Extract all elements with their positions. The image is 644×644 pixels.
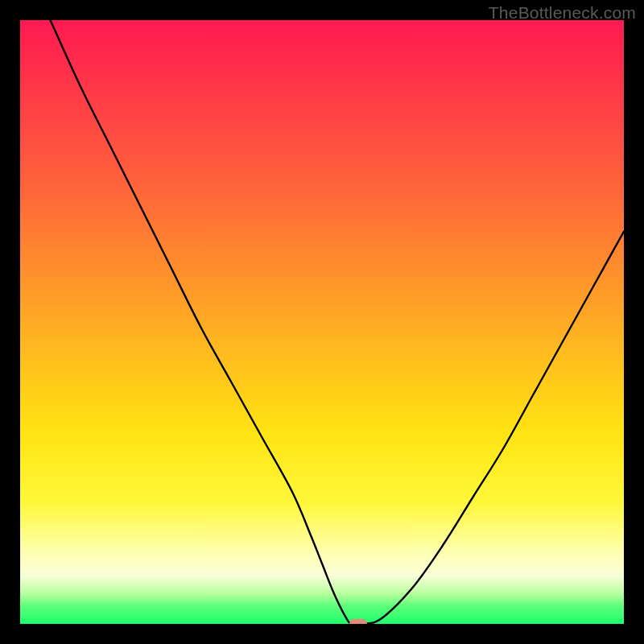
optimal-marker <box>349 619 367 624</box>
plot-area <box>20 20 624 624</box>
watermark-text: TheBottleneck.com <box>489 3 636 23</box>
chart-container: TheBottleneck.com <box>0 0 644 644</box>
bottleneck-curve <box>20 20 624 624</box>
